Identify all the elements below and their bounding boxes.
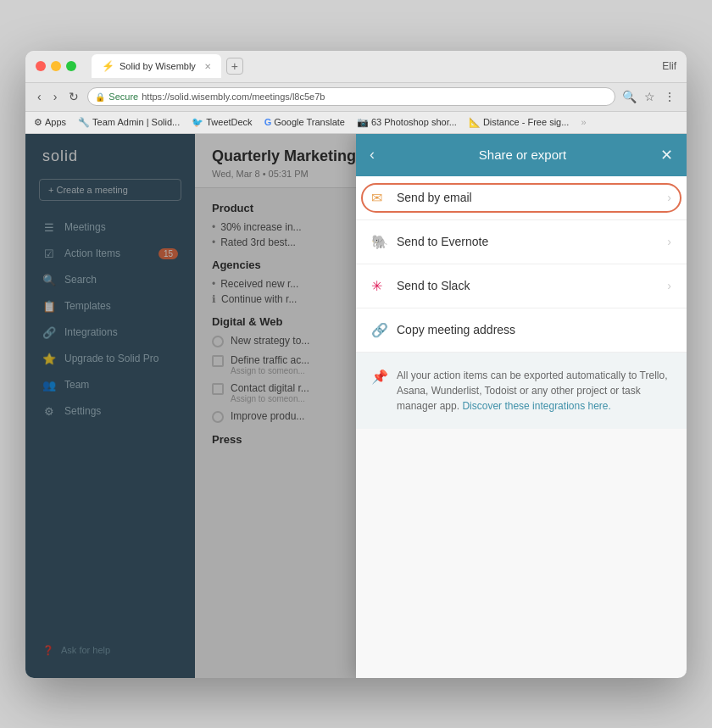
tweetdeck-label: TweetDeck — [206, 117, 252, 127]
distance-label: Distance - Free sig... — [483, 117, 569, 127]
forward-button[interactable]: › — [50, 88, 61, 105]
address-bar[interactable]: 🔒 Secure https://solid.wisembly.com/meet… — [87, 87, 615, 106]
tab-area: ⚡ Solid by Wisembly ✕ + — [92, 54, 655, 78]
evernote-icon: 🐘 — [371, 234, 397, 250]
nav-bar: ‹ › ↻ 🔒 Secure https://solid.wisembly.co… — [25, 83, 687, 112]
bookmark-distance[interactable]: 📐 Distance - Free sig... — [469, 117, 569, 128]
bookmark-tweetdeck[interactable]: 🐦 TweetDeck — [192, 117, 252, 128]
tweetdeck-icon: 🐦 — [192, 117, 203, 128]
panel-close-button[interactable]: ✕ — [660, 146, 673, 164]
tab-close-button[interactable]: ✕ — [204, 62, 211, 71]
send-by-email-item[interactable]: ✉ Send by email › — [356, 176, 687, 220]
copy-icon: 🔗 — [371, 322, 388, 338]
secure-label: Secure — [108, 92, 138, 102]
google-translate-label: Google Translate — [274, 117, 345, 127]
google-translate-icon: G — [264, 117, 272, 127]
copy-meeting-address-item[interactable]: 🔗 Copy meeting address — [356, 308, 687, 353]
browser-window: ⚡ Solid by Wisembly ✕ + Elif ‹ › ↻ 🔒 Sec… — [25, 51, 687, 678]
traffic-lights — [36, 61, 76, 71]
tab-icon: ⚡ — [102, 60, 114, 72]
panel-info: 📌 All your action items can be exported … — [356, 353, 687, 429]
bookmark-photoshop[interactable]: 📷 63 Photoshop shor... — [357, 117, 457, 128]
bookmarks-overflow[interactable]: » — [581, 117, 586, 127]
share-panel: ‹ Share or export ✕ ✉ Send by email › — [356, 134, 687, 678]
send-to-evernote-label: Send to Evernote — [397, 235, 667, 248]
apps-bookmark-icon: ⚙ — [34, 117, 42, 128]
reload-button[interactable]: ↻ — [65, 88, 82, 105]
info-row: 📌 All your action items can be exported … — [371, 368, 671, 414]
distance-icon: 📐 — [469, 117, 481, 128]
overlay: ‹ Share or export ✕ ✉ Send by email › — [25, 134, 687, 678]
info-icon: 📌 — [371, 369, 388, 414]
send-to-slack-item[interactable]: ✳ Send to Slack › — [356, 264, 687, 308]
more-icon[interactable]: ⋮ — [661, 90, 678, 103]
email-icon: ✉ — [371, 190, 397, 206]
panel-header: ‹ Share or export ✕ — [356, 134, 687, 176]
search-icon[interactable]: 🔍 — [620, 90, 637, 103]
maximize-button[interactable] — [66, 61, 76, 71]
window-user-label: Elif — [662, 60, 676, 72]
send-to-slack-label: Send to Slack — [397, 279, 667, 292]
panel-items: ✉ Send by email › 🐘 Send to Evernote › ✳… — [356, 176, 687, 678]
title-bar: ⚡ Solid by Wisembly ✕ + Elif — [25, 51, 687, 83]
slack-icon: ✳ — [371, 278, 397, 294]
url-text: https://solid.wisembly.com/meetings/l8c5… — [142, 92, 325, 102]
email-arrow-icon: › — [667, 191, 671, 204]
new-tab-button[interactable]: + — [226, 58, 243, 75]
secure-icon: 🔒 — [95, 92, 105, 102]
minimize-button[interactable] — [51, 61, 61, 71]
app-content: solid + Create a meeting ☰ Meetings ☑ Ac… — [25, 134, 687, 678]
apps-bookmark-label: Apps — [45, 117, 66, 127]
copy-label: Copy meeting address — [397, 323, 515, 336]
info-text: All your action items can be exported au… — [397, 368, 671, 414]
panel-back-button[interactable]: ‹ — [370, 146, 375, 164]
team-admin-icon: 🔧 — [78, 117, 90, 128]
back-button[interactable]: ‹ — [34, 88, 45, 105]
copy-row: 🔗 Copy meeting address — [371, 322, 671, 338]
bookmark-google-translate[interactable]: G Google Translate — [264, 117, 345, 127]
photoshop-icon: 📷 — [357, 117, 369, 128]
photoshop-label: 63 Photoshop shor... — [371, 117, 457, 127]
bookmark-icon[interactable]: ☆ — [641, 90, 658, 103]
bookmarks-bar: ⚙ Apps 🔧 Team Admin | Solid... 🐦 TweetDe… — [25, 112, 687, 134]
info-link[interactable]: Discover these integrations here. — [462, 400, 610, 412]
send-to-evernote-item[interactable]: 🐘 Send to Evernote › — [356, 220, 687, 264]
panel-title: Share or export — [385, 147, 660, 162]
send-by-email-label: Send by email — [397, 191, 667, 204]
evernote-arrow-icon: › — [667, 235, 671, 248]
nav-actions: 🔍 ☆ ⋮ — [620, 90, 678, 103]
bookmark-team-admin[interactable]: 🔧 Team Admin | Solid... — [78, 117, 180, 128]
team-admin-label: Team Admin | Solid... — [92, 117, 180, 127]
slack-arrow-icon: › — [667, 279, 671, 292]
bookmark-apps[interactable]: ⚙ Apps — [34, 117, 66, 128]
tab-label: Solid by Wisembly — [120, 61, 196, 71]
close-button[interactable] — [36, 61, 46, 71]
browser-tab[interactable]: ⚡ Solid by Wisembly ✕ — [92, 54, 221, 78]
